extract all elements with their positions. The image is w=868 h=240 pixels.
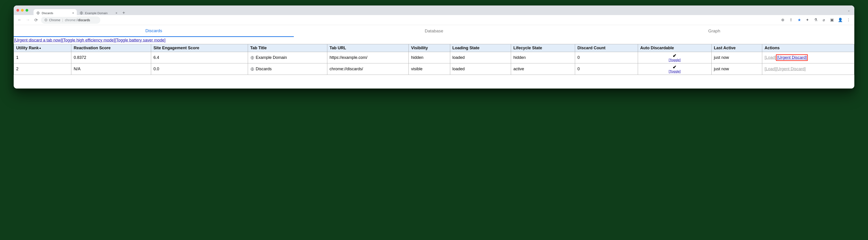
col-tab-title[interactable]: Tab Title xyxy=(248,44,327,52)
profile-icon[interactable]: 👤 xyxy=(837,17,843,23)
table-row: 10.83726.4Example Domainhttps://example.… xyxy=(14,52,854,63)
menu-icon[interactable]: ⋮ xyxy=(845,17,851,23)
svg-point-3 xyxy=(45,20,46,21)
browser-tab-label: Example Domain xyxy=(85,11,107,15)
urgent-discard-link[interactable]: [Urgent discard a tab now] xyxy=(14,38,62,42)
col-auto-discardable[interactable]: Auto Discardable xyxy=(638,44,711,52)
col-reactivation[interactable]: Reactivation Score xyxy=(71,44,151,52)
table-row: 2N/A0.0Discardschrome://discards/visible… xyxy=(14,63,854,75)
cell-url: chrome://discards/ xyxy=(327,63,409,75)
new-tab-button[interactable]: + xyxy=(120,10,127,16)
tab-discards[interactable]: Discards xyxy=(14,25,294,37)
cell-last-active: just now xyxy=(711,52,762,63)
col-visibility[interactable]: Visibility xyxy=(409,44,450,52)
window-close-icon[interactable] xyxy=(17,9,19,12)
reload-button[interactable]: ⟳ xyxy=(33,17,39,23)
chevron-down-icon[interactable]: ⌄ xyxy=(846,7,851,13)
cell-actions: [Load][Urgent Discard] xyxy=(762,63,854,75)
window-zoom-icon[interactable] xyxy=(26,9,28,12)
browser-tab-discards[interactable]: Discards × xyxy=(33,9,77,17)
browser-window: Discards × Example Domain × + ⌄ ← → ⟳ Ch… xyxy=(14,5,854,89)
labs-icon[interactable]: ⚗ xyxy=(812,17,819,23)
cell-visibility: hidden xyxy=(409,52,450,63)
globe-icon xyxy=(250,67,254,71)
col-utility-rank[interactable]: Utility Rank▲ xyxy=(14,44,71,52)
browser-tab-label: Discards xyxy=(42,11,53,15)
highlight-box: [Urgent Discard] xyxy=(776,54,808,61)
discards-table: Utility Rank▲ Reactivation Score Site En… xyxy=(14,44,854,75)
refresh-alt-icon[interactable]: ⌀ xyxy=(820,17,827,23)
cell-visibility: visible xyxy=(409,63,450,75)
cell-title-text: Discards xyxy=(256,67,272,71)
cell-title: Discards xyxy=(248,63,327,75)
page-content: Discards Database Graph [Urgent discard … xyxy=(14,25,854,89)
close-icon[interactable]: × xyxy=(72,11,74,15)
subnav: Discards Database Graph xyxy=(14,25,854,37)
url-scheme: chrome:// xyxy=(65,18,78,22)
toggle-battery-saver-link[interactable]: [Toggle battery saver mode] xyxy=(115,38,165,42)
col-loading[interactable]: Loading State xyxy=(450,44,511,52)
cell-title: Example Domain xyxy=(248,52,327,63)
col-tab-url[interactable]: Tab URL xyxy=(327,44,409,52)
chrome-chip: Chrome xyxy=(44,18,60,22)
window-minimize-icon[interactable] xyxy=(21,9,24,12)
col-discard-count[interactable]: Discard Count xyxy=(575,44,638,52)
sort-asc-icon: ▲ xyxy=(39,46,41,50)
browser-tab-example[interactable]: Example Domain × xyxy=(77,9,120,17)
globe-icon xyxy=(36,11,40,15)
cell-loading: loaded xyxy=(450,63,511,75)
col-last-active[interactable]: Last Active xyxy=(711,44,762,52)
share-icon[interactable]: ⇧ xyxy=(788,17,794,23)
chrome-chip-label: Chrome xyxy=(49,18,60,22)
load-action-link: [Load] xyxy=(765,55,776,60)
toolbar: ← → ⟳ Chrome | chrome://discards ⊕ ⇧ ★ ✦… xyxy=(14,15,854,25)
cell-title-text: Example Domain xyxy=(256,55,287,60)
toggle-auto-discardable-link[interactable]: [Toggle] xyxy=(640,69,709,73)
cell-auto-discardable: ✔[Toggle] xyxy=(638,52,711,63)
address-separator: | xyxy=(62,18,63,22)
close-icon[interactable]: × xyxy=(116,11,117,15)
cell-loading: loaded xyxy=(450,52,511,63)
sidepanel-icon[interactable]: ▣ xyxy=(829,17,835,23)
cell-url: https://example.com/ xyxy=(327,52,409,63)
browser-tabs: Discards × Example Domain × + xyxy=(33,5,127,15)
cell-discard-count: 0 xyxy=(575,63,638,75)
cell-reactivation: N/A xyxy=(71,63,151,75)
cell-engagement: 6.4 xyxy=(151,52,248,63)
zoom-icon[interactable]: ⊕ xyxy=(780,17,786,23)
toggle-high-efficiency-link[interactable]: [Toggle high efficiency mode] xyxy=(62,38,115,42)
col-lifecycle[interactable]: Lifecycle State xyxy=(511,44,575,52)
top-action-links: [Urgent discard a tab now][Toggle high e… xyxy=(14,37,854,44)
address-bar[interactable]: Chrome | chrome://discards xyxy=(41,17,100,24)
forward-button: → xyxy=(25,17,31,23)
cell-rank: 1 xyxy=(14,52,71,63)
checkmark-icon: ✔ xyxy=(640,53,709,58)
chrome-icon xyxy=(44,18,48,22)
cell-rank: 2 xyxy=(14,63,71,75)
col-engagement[interactable]: Site Engagement Score xyxy=(151,44,248,52)
checkmark-icon: ✔ xyxy=(640,65,709,69)
col-actions[interactable]: Actions xyxy=(762,44,854,52)
load-action-link: [Load] xyxy=(765,67,776,71)
urgent-discard-action-link: [Urgent Discard] xyxy=(776,67,806,71)
globe-icon xyxy=(80,11,83,15)
svg-point-2 xyxy=(45,19,47,21)
urgent-discard-action-link[interactable]: [Urgent Discard] xyxy=(777,55,807,60)
cell-lifecycle: active xyxy=(511,63,575,75)
table-header-row: Utility Rank▲ Reactivation Score Site En… xyxy=(14,44,854,52)
tab-graph[interactable]: Graph xyxy=(574,25,854,37)
tab-database[interactable]: Database xyxy=(294,25,574,37)
cell-lifecycle: hidden xyxy=(511,52,575,63)
back-button[interactable]: ← xyxy=(17,17,23,23)
titlebar: Discards × Example Domain × + ⌄ xyxy=(14,5,854,15)
cell-engagement: 0.0 xyxy=(151,63,248,75)
url-path: discards xyxy=(78,18,90,22)
cell-actions: [Load][Urgent Discard] xyxy=(762,52,854,63)
cell-last-active: just now xyxy=(711,63,762,75)
extensions-icon[interactable]: ✦ xyxy=(804,17,811,23)
cell-reactivation: 0.8372 xyxy=(71,52,151,63)
cell-auto-discardable: ✔[Toggle] xyxy=(638,63,711,75)
toggle-auto-discardable-link[interactable]: [Toggle] xyxy=(640,58,709,62)
bookmark-star-icon[interactable]: ★ xyxy=(796,17,802,23)
traffic-lights xyxy=(17,9,28,12)
